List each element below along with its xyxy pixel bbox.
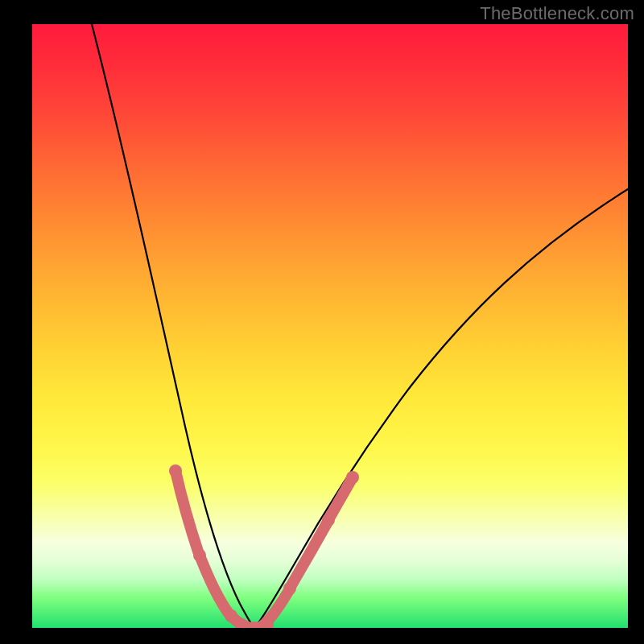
dot [346, 471, 359, 484]
dot [322, 514, 335, 526]
curve-left-branch [92, 24, 254, 628]
dot [169, 464, 182, 477]
outer-frame: TheBottleneck.com [0, 0, 644, 644]
dot [283, 582, 296, 595]
plot-area [32, 24, 628, 628]
highlight-left-1 [175, 471, 198, 551]
dot [193, 549, 206, 562]
highlight-right-2 [291, 523, 327, 585]
dot [225, 609, 237, 622]
bottleneck-curve [92, 24, 628, 628]
chart-svg [32, 24, 628, 628]
watermark-text: TheBottleneck.com [480, 3, 634, 24]
